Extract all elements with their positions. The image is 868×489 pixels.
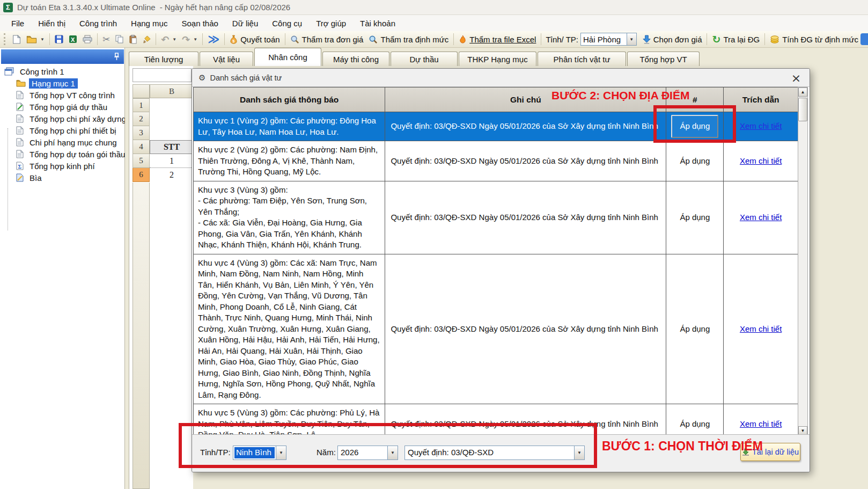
view-detail-link[interactable]: Xem chi tiết bbox=[740, 156, 782, 167]
print-button[interactable] bbox=[80, 34, 95, 45]
tinh-dg-tu-dinh-muc-button[interactable]: Tính ĐG từ định mức bbox=[767, 34, 861, 45]
menu-item-2[interactable]: Công trình bbox=[72, 16, 124, 31]
new-file-button[interactable] bbox=[10, 34, 24, 45]
open-dropdown-arrow[interactable]: ▼ bbox=[40, 37, 45, 42]
paste-button[interactable] bbox=[127, 34, 140, 45]
view-detail-link[interactable]: Xem chi tiết bbox=[740, 324, 782, 335]
menu-item-8[interactable]: Tài khoản bbox=[353, 16, 402, 31]
tree-item-0[interactable]: Hạng mục 1 bbox=[0, 77, 125, 89]
dialog-close-button[interactable]: × bbox=[788, 70, 804, 86]
view-detail-link[interactable]: Xem chi tiết bbox=[740, 121, 782, 132]
menu-item-7[interactable]: Trợ giúp bbox=[309, 16, 353, 31]
scroll-thumb[interactable] bbox=[798, 98, 807, 121]
tab-7[interactable]: Tổng hợp VT bbox=[627, 52, 700, 66]
pin-icon[interactable] bbox=[114, 53, 120, 61]
row-header-1[interactable]: 1 bbox=[133, 98, 150, 112]
format-painter-button[interactable] bbox=[140, 34, 153, 45]
apply-button[interactable]: Áp dụng bbox=[671, 115, 718, 138]
cell-b5[interactable]: 1 bbox=[150, 154, 194, 168]
tree-item-8[interactable]: Bìa bbox=[0, 172, 125, 184]
nam-combo[interactable]: 2026 ▼ bbox=[337, 446, 398, 460]
undo-dropdown-arrow[interactable]: ▼ bbox=[172, 37, 176, 42]
open-file-button[interactable]: ▼ bbox=[24, 34, 47, 45]
cell-b3[interactable] bbox=[150, 126, 194, 140]
view-detail-link[interactable]: Xem chi tiết bbox=[740, 212, 782, 223]
cell-editor-box[interactable] bbox=[133, 68, 192, 82]
reload-data-button[interactable]: Tải lại dữ liệu bbox=[740, 443, 800, 461]
cell-b4[interactable]: STT bbox=[150, 140, 194, 154]
price-row-1[interactable]: Khu vực 1 (Vùng 2) gồm: Các phường: Đông… bbox=[194, 112, 798, 141]
clipped-toolbar-icon[interactable] bbox=[860, 33, 868, 45]
tham-tra-don-gia-button[interactable]: Thẩm tra đơn giá bbox=[288, 34, 366, 45]
tree-item-7[interactable]: ΣTổng hợp kinh phí bbox=[0, 160, 125, 172]
tinh-tp-combo-arrow[interactable]: ▼ bbox=[276, 446, 286, 459]
chon-don-gia-button[interactable]: Chọn đơn giá bbox=[640, 34, 705, 45]
tinh-tp-combo[interactable]: Ninh Bình ▼ bbox=[233, 446, 286, 460]
menu-item-6[interactable]: Công cụ bbox=[265, 16, 309, 31]
apply-button[interactable]: Áp dụng bbox=[680, 212, 710, 223]
cut-button[interactable]: ✂ bbox=[100, 33, 113, 46]
tree-item-2[interactable]: Tổng hợp giá dự thầu bbox=[0, 101, 125, 113]
sigma-document-icon: Σ bbox=[16, 162, 24, 170]
row-header-4[interactable]: 4 bbox=[133, 140, 150, 154]
scroll-up-arrow[interactable]: ▲ bbox=[798, 87, 807, 97]
tab-6[interactable]: Phân tích vật tư bbox=[538, 52, 626, 66]
apply-button[interactable]: Áp dụng bbox=[680, 324, 710, 335]
view-detail-link[interactable]: Xem chi tiết bbox=[740, 419, 782, 430]
tab-1[interactable]: Vật liệu bbox=[200, 52, 253, 66]
cell-b2[interactable] bbox=[150, 112, 194, 126]
tinh-tp-toolbar-combo[interactable]: Hải Phòng ▼ bbox=[580, 33, 637, 46]
tree-root[interactable]: Công trình 1 bbox=[0, 65, 125, 77]
copy-button[interactable] bbox=[113, 34, 127, 45]
menu-item-3[interactable]: Hạng mục bbox=[124, 16, 174, 31]
price-row-4[interactable]: Khu vực 4 (Vùng 3) gồm: Các xã: Nam Trực… bbox=[194, 254, 798, 405]
tra-lai-dg-button[interactable]: ↻ Tra lại ĐG bbox=[709, 32, 762, 46]
tab-5[interactable]: THKP Hạng mục bbox=[459, 52, 536, 66]
menu-item-5[interactable]: Dữ liệu bbox=[225, 16, 265, 31]
open-folder-icon bbox=[26, 35, 37, 43]
cell-b6[interactable]: 2 bbox=[150, 168, 194, 182]
price-row-2[interactable]: Khu vực 2 (Vùng 2) gồm: Các phường: Nam … bbox=[194, 141, 798, 181]
menu-item-1[interactable]: Hiển thị bbox=[31, 16, 72, 31]
tree-item-5[interactable]: Chi phí hạng mục chung bbox=[0, 136, 125, 148]
dialog-footer: Tỉnh/TP: Ninh Bình ▼ Năm: 2026 ▼ Quyết đ… bbox=[192, 434, 810, 472]
tree-item-4[interactable]: Tổng hợp chi phí thiết bị bbox=[0, 125, 125, 136]
run-button[interactable]: ≫ bbox=[205, 33, 222, 45]
row-header-3[interactable]: 3 bbox=[133, 126, 150, 140]
sheet-corner-cell[interactable] bbox=[133, 84, 150, 98]
tinh-tp-toolbar-combo-arrow[interactable]: ▼ bbox=[627, 33, 636, 45]
tab-2[interactable]: Nhân công bbox=[254, 48, 321, 66]
save-button[interactable] bbox=[52, 34, 66, 45]
price-row-3[interactable]: Khu vực 3 (Vùng 3) gồm:- Các phường: Tam… bbox=[194, 181, 798, 254]
export-excel-button[interactable]: X bbox=[66, 34, 80, 45]
tab-3[interactable]: Máy thi công bbox=[322, 52, 389, 66]
tree-item-label: Tổng hợp chi phí thiết bị bbox=[27, 126, 119, 136]
row-header-6[interactable]: 6 bbox=[133, 168, 150, 182]
apply-button[interactable]: Áp dụng bbox=[680, 156, 710, 167]
cell-b1[interactable] bbox=[150, 98, 194, 112]
redo-button[interactable]: ↷▼ bbox=[179, 33, 200, 46]
quyet-toan-button[interactable]: $ Quyết toán bbox=[227, 34, 282, 45]
menu-item-4[interactable]: Soạn thảo bbox=[174, 16, 225, 31]
menu-item-0[interactable]: File bbox=[4, 16, 31, 31]
redo-dropdown-arrow[interactable]: ▼ bbox=[193, 37, 197, 42]
tree-item-3[interactable]: Tổng hợp chi phí xây dựng bbox=[0, 113, 125, 125]
tham-tra-file-excel-button[interactable]: Thẩm tra file Excel bbox=[456, 34, 539, 45]
quyet-dinh-combo-arrow[interactable]: ▼ bbox=[574, 446, 584, 459]
quyet-dinh-combo[interactable]: Quyết định: 03/QĐ-SXD ▼ bbox=[404, 446, 585, 460]
excel-icon: X bbox=[69, 35, 77, 43]
tham-tra-dinh-muc-button[interactable]: Thẩm tra định mức bbox=[366, 34, 451, 45]
tree-item-6[interactable]: Tổng hợp dự toán gói thầu bbox=[0, 148, 125, 160]
document-icon bbox=[16, 126, 24, 135]
nam-combo-arrow[interactable]: ▼ bbox=[387, 446, 398, 459]
tree-item-1[interactable]: Tổng hợp VT công trình bbox=[0, 89, 125, 101]
price-row-5[interactable]: Khu vực 5 (Vùng 3) gồm: Các phường: Phủ … bbox=[194, 404, 798, 436]
undo-button[interactable]: ↶▼ bbox=[158, 33, 179, 46]
row-header-2[interactable]: 2 bbox=[133, 112, 150, 126]
dialog-scrollbar[interactable]: ▲ ▼ bbox=[798, 87, 808, 436]
tab-0[interactable]: Tiên lượng bbox=[129, 52, 198, 66]
row-header-5[interactable]: 5 bbox=[133, 154, 150, 168]
tab-4[interactable]: Dự thầu bbox=[391, 52, 458, 66]
apply-button[interactable]: Áp dụng bbox=[680, 419, 710, 430]
column-header-b[interactable]: B bbox=[150, 84, 194, 98]
